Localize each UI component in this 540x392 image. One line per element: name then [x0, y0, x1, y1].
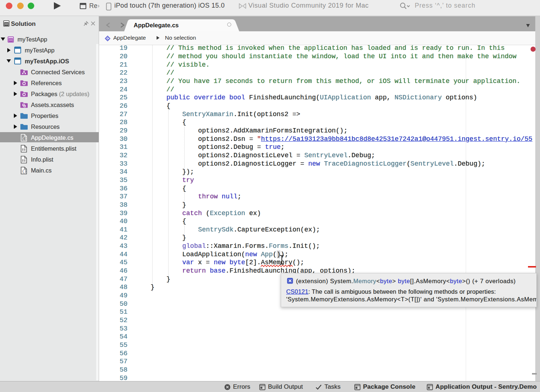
svg-text:C: C [106, 36, 109, 40]
svg-text:{}: {} [22, 169, 27, 174]
svg-text:{}: {} [22, 136, 27, 141]
